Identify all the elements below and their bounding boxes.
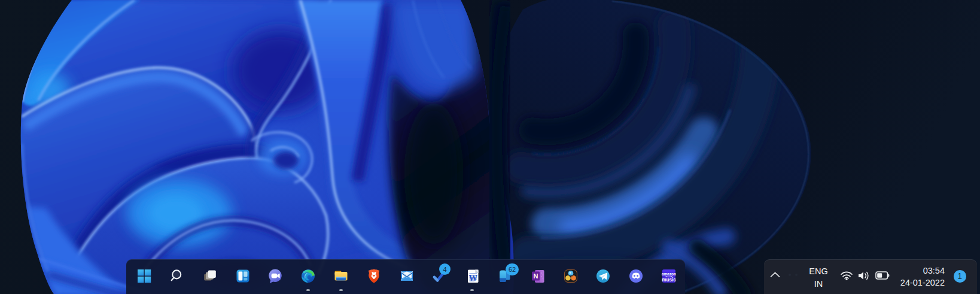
svg-text:music: music bbox=[662, 277, 676, 283]
svg-text:amazon: amazon bbox=[662, 272, 676, 276]
svg-text:N: N bbox=[534, 272, 538, 280]
svg-text:W: W bbox=[468, 273, 477, 283]
